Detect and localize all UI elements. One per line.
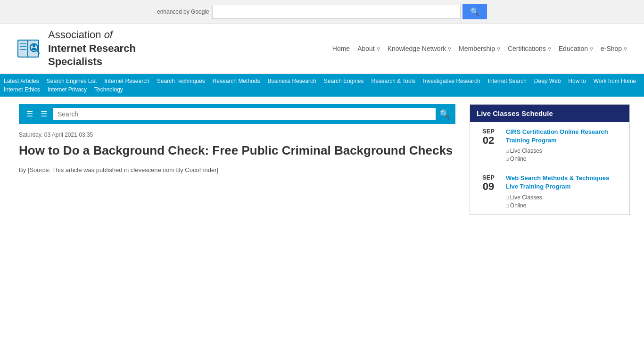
nav-about[interactable]: About ▿ [355, 43, 382, 54]
article-byline: By [Source: This article was published i… [19, 166, 455, 173]
sidebar: Live Classes Schedule SEP 02 CIRS Certif… [465, 97, 635, 230]
cat-internet-privacy[interactable]: Internet Privacy [44, 85, 91, 94]
schedule-day-2: 09 [483, 181, 494, 192]
cat-search-techniques[interactable]: Search Techniques [153, 77, 209, 85]
google-label: enhanced by Google [157, 8, 209, 15]
google-search-button[interactable]: 🔍 [462, 4, 487, 19]
cat-internet-ethics[interactable]: Internet Ethics [0, 85, 44, 94]
cat-work-from-home[interactable]: Work from Home [590, 77, 640, 85]
article-section: ☰ ☰ 🔍 Saturday, 03 April 2021 03:35 How … [9, 97, 465, 230]
google-search-input[interactable] [212, 5, 461, 19]
cat-deep-web[interactable]: Deep Web [530, 77, 564, 85]
cat-research-tools[interactable]: Research & Tools [368, 77, 420, 85]
nav-membership[interactable]: Membership ▿ [456, 43, 503, 54]
schedule-tag-1a: Live Classes [506, 148, 623, 154]
schedule-date-1: SEP 02 [477, 128, 500, 162]
nav-knowledge-network[interactable]: Knowledge Network ▿ [385, 43, 454, 54]
cat-how-to[interactable]: How to [564, 77, 589, 85]
svg-point-8 [33, 44, 35, 47]
google-search-bar: enhanced by Google 🔍 [0, 0, 644, 24]
nav-eshop[interactable]: e-Shop ▿ [598, 43, 630, 54]
menu-toggle-2[interactable]: ☰ [39, 108, 49, 119]
cat-research-methods[interactable]: Research Methods [209, 77, 264, 85]
schedule-title-1[interactable]: CIRS Certification Online Research Train… [506, 128, 623, 145]
schedule-date-2: SEP 09 [477, 174, 500, 208]
menu-toggle-1[interactable]: ☰ [25, 108, 35, 119]
schedule-day-1: 02 [483, 135, 494, 146]
nav-home[interactable]: Home [330, 43, 353, 54]
category-nav: Latest Articles Search Engines List Inte… [0, 74, 644, 97]
cat-internet-research[interactable]: Internet Research [100, 77, 153, 85]
schedule-month-2: SEP [482, 174, 495, 181]
cat-business-research[interactable]: Business Research [264, 77, 320, 85]
main-nav: Home About ▿ Knowledge Network ▿ Members… [330, 43, 630, 54]
schedule-item-2: SEP 09 Web Search Methods & Techniques L… [470, 168, 629, 214]
schedule-tag-2a: Live Classes [506, 194, 623, 201]
article-title: How to Do a Background Check: Free Publi… [19, 143, 455, 159]
schedule-details-2: Web Search Methods & Techniques Live Tra… [506, 174, 623, 208]
svg-rect-2 [27, 40, 28, 57]
nav-certifications[interactable]: Certifications ▿ [505, 43, 554, 54]
schedule-month-1: SEP [482, 128, 495, 135]
nav-education[interactable]: Education ▿ [556, 43, 596, 54]
main-layout: ☰ ☰ 🔍 Saturday, 03 April 2021 03:35 How … [0, 97, 644, 230]
article-date: Saturday, 03 April 2021 03:35 [19, 132, 455, 138]
article-search-bar: ☰ ☰ 🔍 [19, 104, 455, 124]
article-search-button[interactable]: 🔍 [439, 109, 450, 119]
schedule-item: SEP 02 CIRS Certification Online Researc… [470, 122, 629, 168]
schedule-details-1: CIRS Certification Online Research Train… [506, 128, 623, 162]
schedule-title-2[interactable]: Web Search Methods & Techniques Live Tra… [506, 174, 623, 191]
cat-search-engines[interactable]: Search Engines [320, 77, 368, 85]
cat-latest-articles[interactable]: Latest Articles [0, 77, 43, 85]
cat-search-engines-list[interactable]: Search Engines List [43, 77, 101, 85]
cat-technology[interactable]: Technology [91, 85, 127, 94]
site-logo-icon [14, 34, 42, 63]
schedule-tag-2b: Online [506, 202, 623, 209]
live-classes-header: Live Classes Schedule [470, 105, 629, 122]
schedule-tag-1b: Online [506, 156, 623, 162]
logo-area: Association of Internet Research Special… [14, 28, 136, 69]
article-search-input[interactable] [53, 108, 436, 120]
logo-text: Association of Internet Research Special… [48, 28, 136, 69]
site-header: Association of Internet Research Special… [0, 24, 644, 74]
cat-investigative-research[interactable]: Investigative Research [419, 77, 484, 85]
live-classes-card: Live Classes Schedule SEP 02 CIRS Certif… [470, 104, 630, 215]
cat-internet-search[interactable]: Internet Search [484, 77, 530, 85]
